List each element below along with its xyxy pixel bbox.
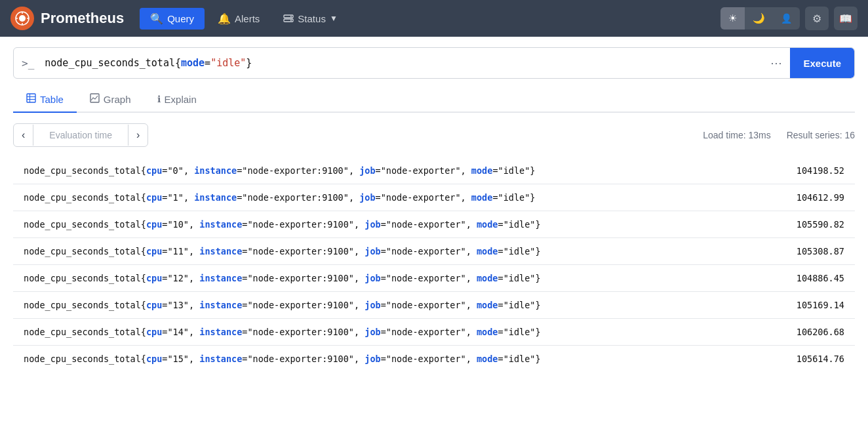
label-val: "12" bbox=[167, 273, 189, 283]
metric-brace-open: { bbox=[141, 246, 146, 256]
label-sep: , bbox=[461, 165, 471, 176]
header-right: ☀ 🌙 👤 ⚙ 📖 bbox=[720, 7, 858, 30]
query-label-val: "idle" bbox=[210, 57, 246, 69]
nav-alerts[interactable]: 🔔 Alerts bbox=[207, 8, 270, 30]
results-container[interactable]: node_cpu_seconds_total{cpu="0", instance… bbox=[13, 157, 855, 372]
label-val: "0" bbox=[167, 165, 183, 176]
metric-cell: node_cpu_seconds_total{cpu="15", instanc… bbox=[13, 346, 776, 373]
nav-query[interactable]: 🔍 Query bbox=[140, 8, 205, 30]
execute-button[interactable]: Execute bbox=[790, 48, 854, 78]
metric-brace-open: { bbox=[141, 165, 146, 176]
query-brace-close: } bbox=[246, 57, 252, 69]
settings-button[interactable]: ⚙ bbox=[805, 7, 829, 30]
metric-cell: node_cpu_seconds_total{cpu="12", instanc… bbox=[13, 265, 776, 292]
label-key: cpu bbox=[146, 327, 162, 337]
user-theme-button[interactable]: 👤 bbox=[773, 8, 800, 29]
metric-name: node_cpu_seconds_total bbox=[24, 300, 141, 310]
search-icon: 🔍 bbox=[150, 12, 163, 25]
metric-brace-close: } bbox=[530, 165, 535, 176]
metric-cell: node_cpu_seconds_total{cpu="0", instance… bbox=[13, 157, 776, 184]
metric-brace-open: { bbox=[141, 192, 146, 203]
label-key: mode bbox=[477, 273, 498, 283]
label-sep: , bbox=[349, 192, 359, 203]
metric-brace-open: { bbox=[141, 300, 146, 310]
logo: Prometheus bbox=[10, 7, 124, 30]
query-eq: = bbox=[205, 57, 210, 69]
value-cell: 104612.99 bbox=[776, 184, 855, 211]
label-eq: = bbox=[381, 327, 386, 337]
table-row: node_cpu_seconds_total{cpu="13", instanc… bbox=[13, 292, 855, 319]
main-content: >_ node_cpu_seconds_total{mode="idle"} ⋯… bbox=[0, 37, 868, 382]
label-sep: , bbox=[466, 327, 477, 337]
nav-alerts-label: Alerts bbox=[235, 13, 260, 24]
label-sep: , bbox=[466, 300, 477, 310]
query-actions: ⋯ bbox=[762, 53, 790, 73]
docs-button[interactable]: 📖 bbox=[834, 7, 858, 30]
label-val: "node-exporter:9100" bbox=[242, 165, 349, 176]
label-val: "node-exporter" bbox=[381, 192, 461, 203]
bell-icon: 🔔 bbox=[218, 12, 231, 25]
metric-brace-close: } bbox=[535, 354, 540, 364]
result-tabs: Table Graph ℹ Explain bbox=[13, 87, 855, 113]
table-row: node_cpu_seconds_total{cpu="14", instanc… bbox=[13, 319, 855, 346]
logo-icon bbox=[10, 7, 34, 30]
label-val: "node-exporter:9100" bbox=[242, 192, 349, 203]
label-sep: , bbox=[466, 273, 477, 283]
label-sep: , bbox=[189, 219, 199, 230]
label-eq: = bbox=[381, 219, 386, 230]
tab-table[interactable]: Table bbox=[13, 87, 77, 113]
label-val: "node-exporter" bbox=[381, 165, 461, 176]
svg-point-8 bbox=[290, 16, 292, 17]
label-val: "idle" bbox=[503, 300, 536, 310]
label-key: cpu bbox=[146, 300, 162, 310]
label-key: job bbox=[365, 300, 380, 310]
metric-brace-close: } bbox=[535, 300, 540, 310]
label-sep: , bbox=[354, 327, 365, 337]
label-val: "idle" bbox=[503, 219, 536, 230]
metric-cell: node_cpu_seconds_total{cpu="11", instanc… bbox=[13, 238, 776, 265]
label-eq: = bbox=[381, 354, 386, 364]
app-header: Prometheus 🔍 Query 🔔 Alerts Status ▼ bbox=[0, 0, 868, 37]
query-metric: node_cpu_seconds_total bbox=[45, 57, 175, 69]
label-sep: , bbox=[189, 273, 199, 283]
tab-graph[interactable]: Graph bbox=[77, 87, 144, 113]
label-key: instance bbox=[194, 192, 237, 203]
svg-point-9 bbox=[290, 20, 292, 21]
light-theme-button[interactable]: ☀ bbox=[720, 7, 745, 30]
nav-status[interactable]: Status ▼ bbox=[273, 8, 347, 29]
label-val: "11" bbox=[167, 246, 189, 256]
label-key: cpu bbox=[146, 246, 162, 256]
label-sep: , bbox=[189, 327, 199, 337]
eval-prev-button[interactable]: ‹ bbox=[14, 124, 33, 146]
result-series: Result series: 16 bbox=[787, 130, 855, 140]
label-eq: = bbox=[381, 300, 386, 310]
label-sep: , bbox=[184, 192, 194, 203]
query-label-key: mode bbox=[181, 57, 205, 69]
metric-name: node_cpu_seconds_total bbox=[24, 327, 141, 337]
metric-brace-open: { bbox=[141, 219, 146, 230]
table-row: node_cpu_seconds_total{cpu="1", instance… bbox=[13, 184, 855, 211]
svg-rect-14 bbox=[90, 94, 99, 102]
label-val: "10" bbox=[167, 219, 189, 230]
label-key: mode bbox=[477, 327, 498, 337]
label-key: cpu bbox=[146, 219, 162, 230]
label-val: "idle" bbox=[498, 165, 530, 176]
table-row: node_cpu_seconds_total{cpu="11", instanc… bbox=[13, 238, 855, 265]
eval-next-button[interactable]: › bbox=[128, 124, 148, 146]
label-val: "idle" bbox=[503, 327, 536, 337]
eval-bar: ‹ Evaluation time › Load time: 13ms Resu… bbox=[13, 123, 855, 147]
table-row: node_cpu_seconds_total{cpu="0", instance… bbox=[13, 157, 855, 184]
label-eq: = bbox=[381, 246, 386, 256]
value-cell: 106206.68 bbox=[776, 319, 855, 346]
query-more-button[interactable]: ⋯ bbox=[768, 53, 785, 73]
dark-theme-button[interactable]: 🌙 bbox=[745, 7, 773, 30]
label-sep: , bbox=[189, 354, 199, 364]
tab-explain[interactable]: ℹ Explain bbox=[144, 87, 210, 113]
label-val: "node-exporter:9100" bbox=[247, 300, 354, 310]
metric-brace-close: } bbox=[535, 273, 540, 283]
tab-graph-label: Graph bbox=[104, 94, 131, 105]
table-icon bbox=[26, 93, 36, 105]
label-key: instance bbox=[194, 165, 237, 176]
graph-icon bbox=[90, 93, 100, 105]
query-input[interactable]: node_cpu_seconds_total{mode="idle"} bbox=[42, 49, 762, 77]
